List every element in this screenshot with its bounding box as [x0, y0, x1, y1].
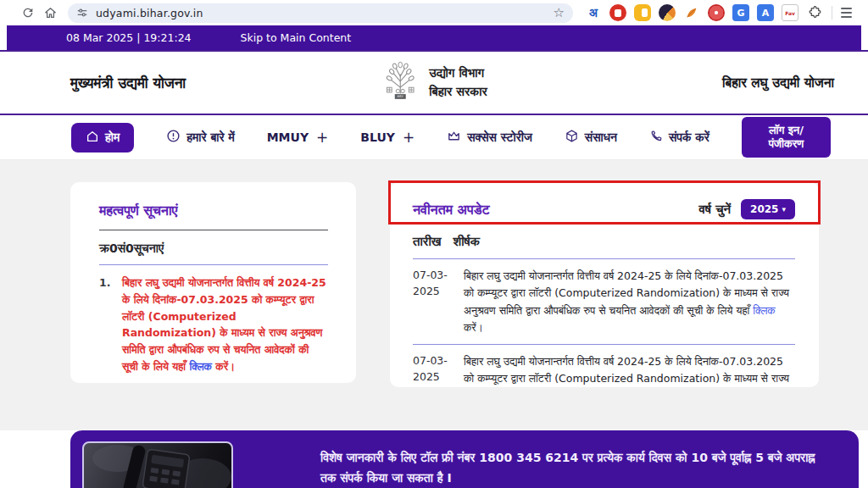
update-row: 07-03-2025 बिहार लघु उद्यमी योजनान्तर्गत…: [413, 345, 795, 387]
plus-icon: +: [403, 129, 415, 146]
adblock-extension-icon[interactable]: [609, 4, 626, 21]
notices-title: महत्वपूर्ण सूचनाएं: [99, 202, 328, 219]
nav-mmuy[interactable]: MMUY +: [267, 129, 329, 146]
nav-home[interactable]: होम: [71, 123, 134, 152]
telephone-photo: [82, 441, 233, 488]
site-settings-icon[interactable]: [76, 7, 88, 19]
url-text[interactable]: udyami.bihar.gov.in: [96, 7, 203, 19]
update-text: बिहार लघु उद्यमी योजनान्तर्गत वित्तीय वर…: [464, 268, 795, 336]
scheme-title-right: बिहार लघु उद्यमी योजना: [722, 75, 834, 91]
nav-success-label: सक्सेस स्टोरीज: [467, 130, 532, 145]
chevron-down-icon: ▾: [782, 205, 786, 214]
browser-toolbar: udyami.bihar.gov.in ☆ अ G A Fav: [0, 0, 868, 25]
helpline-text: विशेष जानकारी के लिए टॉल फ्री नंबर 1800 …: [320, 447, 829, 488]
main-content: महत्वपूर्ण सूचनाएं क्र0सं0सूचनाएं 1. बिह…: [0, 160, 868, 430]
swirl-extension-icon[interactable]: [659, 4, 676, 21]
address-bar[interactable]: udyami.bihar.gov.in ☆: [68, 3, 573, 23]
login-register-button[interactable]: लॉग इन/पंजीकरण: [742, 117, 831, 158]
box-icon: [565, 129, 579, 146]
dept-line1: उद्योग विभाग: [429, 64, 487, 82]
nav-contact[interactable]: संपर्क करें: [649, 130, 709, 146]
yellow-extension-icon[interactable]: [634, 4, 651, 21]
fav-cursor-extension-icon[interactable]: Fav: [782, 4, 798, 21]
browser-home-icon[interactable]: [39, 2, 61, 24]
crown-icon: [447, 129, 461, 146]
datetime-text: 08 Mar 2025 | 19:21:24: [66, 31, 192, 44]
click-here-link[interactable]: क्लिक: [190, 360, 212, 373]
year-value: 2025: [750, 203, 778, 215]
mandala-extension-icon[interactable]: [708, 4, 725, 21]
update-date: 07-03-2025: [413, 353, 453, 387]
phone-icon: [649, 130, 663, 146]
extensions-row: अ G A Fav: [585, 4, 823, 21]
updates-title: नवीनतम अपडेट: [413, 202, 490, 218]
translate-extension-icon[interactable]: G: [732, 4, 749, 21]
info-icon: [166, 129, 181, 146]
nav-about[interactable]: हमारे बारे में: [166, 129, 234, 146]
bihar-emblem-logo: MSY: [381, 59, 420, 107]
browser-menu-icon[interactable]: [841, 8, 852, 18]
plus-icon: +: [316, 129, 328, 146]
home-icon: [86, 130, 99, 146]
helpline-banner: विशेष जानकारी के लिए टॉल फ्री नंबर 1800 …: [70, 430, 859, 488]
skip-to-content-link[interactable]: Skip to Main Content: [241, 31, 352, 44]
browser-window: udyami.bihar.gov.in ☆ अ G A Fav 08 Mar 2…: [0, 0, 868, 488]
title-column-header: शीर्षक: [453, 234, 480, 249]
notice-number: 1.: [99, 274, 113, 375]
site-header: मुख्यमंत्री उद्यमी योजना: [0, 50, 868, 115]
government-brand: MSY उद्योग विभाग बिहार सरकार: [381, 59, 487, 107]
year-select-label: वर्ष चुनें: [698, 202, 731, 217]
nav-resources[interactable]: संसाधन: [565, 129, 617, 146]
nav-resources-label: संसाधन: [585, 130, 617, 145]
important-notices-panel: महत्वपूर्ण सूचनाएं क्र0सं0सूचनाएं 1. बिह…: [70, 182, 356, 383]
scheme-title-left: मुख्यमंत्री उद्यमी योजना: [70, 75, 186, 92]
site-topbar: 08 Mar 2025 | 19:21:24 Skip to Main Cont…: [7, 25, 861, 50]
nav-bluy[interactable]: BLUY +: [360, 129, 415, 146]
bookmark-star-icon[interactable]: ☆: [554, 5, 565, 20]
notice-item: 1. बिहार लघु उद्यमी योजनान्तर्गत वित्तीय…: [99, 265, 328, 383]
latest-updates-wrap: नवीनतम अपडेट वर्ष चुनें 2025 ▾ तारीख शीर…: [390, 182, 819, 430]
update-text: बिहार लघु उद्यमी योजनान्तर्गत वित्तीय वर…: [464, 353, 795, 387]
dictionary-extension-icon[interactable]: A: [757, 4, 774, 21]
hindi-extension-icon[interactable]: अ: [585, 4, 602, 21]
main-navigation: होम हमारे बारे में MMUY + BLUY + सक्सेस …: [0, 115, 868, 160]
update-row: 07-03-2025 बिहार लघु उद्यमी योजनान्तर्गत…: [413, 259, 795, 344]
nav-bluy-label: BLUY: [360, 130, 395, 144]
feather-extension-icon[interactable]: [683, 4, 700, 21]
logo-caption-text: MSY: [397, 95, 403, 98]
click-here-link[interactable]: क्लिक: [753, 304, 775, 317]
extensions-puzzle-icon[interactable]: [806, 4, 823, 21]
nav-about-label: हमारे बारे में: [186, 130, 234, 145]
toolbar-divider: [832, 6, 832, 19]
latest-updates-panel: नवीनतम अपडेट वर्ष चुनें 2025 ▾ तारीख शीर…: [390, 182, 819, 387]
nav-home-label: होम: [105, 130, 120, 145]
update-date: 07-03-2025: [413, 268, 453, 336]
date-column-header: तारीख: [413, 234, 441, 249]
reload-icon[interactable]: [17, 2, 39, 24]
notice-text: बिहार लघु उद्यमी योजनान्तर्गत वित्तीय वर…: [122, 274, 328, 375]
nav-success-stories[interactable]: सक्सेस स्टोरीज: [447, 129, 532, 146]
dept-line2: बिहार सरकार: [429, 83, 487, 101]
notices-list-header: क्र0सं0सूचनाएं: [99, 230, 328, 264]
nav-mmuy-label: MMUY: [267, 130, 309, 144]
year-dropdown[interactable]: 2025 ▾: [741, 199, 795, 219]
nav-contact-label: संपर्क करें: [669, 130, 709, 145]
